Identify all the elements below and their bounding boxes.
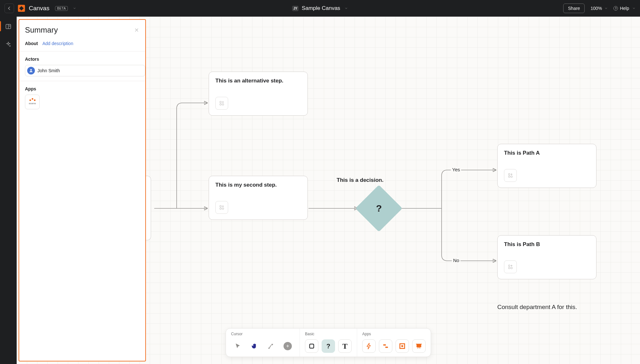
- presentation-icon: [415, 343, 422, 350]
- add-widget-button[interactable]: [504, 169, 517, 182]
- edge-label-no[interactable]: No: [452, 258, 460, 263]
- close-icon: [134, 28, 139, 32]
- chevron-down-icon[interactable]: [345, 7, 348, 10]
- shapes-icon: [382, 343, 389, 350]
- svg-rect-7: [220, 104, 221, 105]
- tool-text[interactable]: T: [338, 339, 352, 353]
- app-chip-asana[interactable]: asana: [25, 95, 40, 109]
- back-button[interactable]: [4, 4, 14, 13]
- arrow-left-icon: [7, 6, 12, 11]
- svg-rect-21: [383, 345, 386, 346]
- toolbar-section-apps: Apps: [357, 329, 431, 357]
- svg-rect-10: [220, 208, 221, 209]
- document-header[interactable]: JY Sample Canvas: [292, 5, 348, 12]
- person-icon: [27, 67, 35, 74]
- tool-app-shapes[interactable]: [379, 339, 392, 353]
- edge-label-yes[interactable]: Yes: [451, 167, 461, 172]
- card-text: This is Path B: [504, 241, 590, 248]
- tool-comment[interactable]: +: [281, 339, 294, 353]
- svg-rect-16: [508, 267, 510, 269]
- bottom-toolbar: Cursor + Basic: [226, 328, 431, 357]
- svg-rect-15: [508, 265, 510, 267]
- add-description-link[interactable]: Add description: [42, 41, 73, 46]
- chevron-down-icon: [632, 7, 636, 10]
- add-widget-button[interactable]: [215, 97, 228, 110]
- chevron-down-icon[interactable]: [73, 7, 76, 10]
- document-title: Sample Canvas: [302, 5, 340, 12]
- app-chip-label: asana: [29, 102, 36, 105]
- card-node-path-a[interactable]: This is Path A: [497, 144, 596, 188]
- top-bar: Canvas BETA JY Sample Canvas Share 100% …: [0, 0, 640, 17]
- tool-decision-node[interactable]: ?: [322, 339, 335, 353]
- help-icon: ?: [613, 6, 618, 11]
- tool-cursor[interactable]: [231, 339, 244, 353]
- summary-panel-title: Summary: [25, 26, 58, 35]
- add-widget-button[interactable]: [504, 260, 517, 273]
- close-panel-button[interactable]: [134, 27, 140, 33]
- active-tab-indicator: [0, 21, 1, 31]
- svg-rect-14: [511, 176, 512, 177]
- tool-hand[interactable]: [248, 339, 261, 353]
- sparkle-icon: [5, 41, 12, 48]
- svg-rect-11: [222, 208, 224, 209]
- card-text: This is Path A: [504, 150, 590, 156]
- card-node-alt-step[interactable]: This is an alternative step.: [209, 72, 308, 116]
- card-node-path-b[interactable]: This is Path B: [497, 235, 596, 279]
- left-rail: [0, 17, 17, 364]
- help-dropdown[interactable]: ? Help: [613, 6, 636, 11]
- card-node-second-step[interactable]: This is my second step.: [209, 176, 308, 220]
- toolbar-heading-basic: Basic: [305, 332, 352, 336]
- canvas-area[interactable]: This is an alternative step. This is my …: [17, 17, 640, 364]
- app-title: Canvas: [29, 5, 49, 12]
- asana-logo-icon: [29, 99, 36, 101]
- widget-add-icon: [219, 205, 224, 210]
- zoom-dropdown[interactable]: 100%: [590, 6, 608, 11]
- svg-rect-17: [511, 267, 512, 269]
- tool-app-bolt[interactable]: [362, 339, 376, 353]
- decision-node[interactable]: ?: [355, 185, 402, 232]
- apps-heading: Apps: [19, 81, 145, 95]
- summary-panel-toggle[interactable]: [4, 22, 13, 31]
- ai-sparkle-button[interactable]: [4, 40, 13, 49]
- beta-badge: BETA: [55, 6, 68, 11]
- svg-point-18: [30, 69, 32, 71]
- add-widget-button[interactable]: [215, 201, 228, 214]
- bolt-icon: [365, 343, 372, 350]
- tool-app-frame[interactable]: [396, 339, 409, 353]
- actors-heading: Actors: [19, 51, 145, 65]
- owner-initials-badge: JY: [292, 6, 299, 11]
- widget-add-icon: [508, 264, 513, 269]
- widget-add-icon: [508, 173, 513, 178]
- svg-rect-13: [508, 176, 510, 177]
- card-text: This is my second step.: [215, 182, 301, 188]
- decision-symbol: ?: [376, 203, 382, 214]
- zoom-value: 100%: [590, 6, 602, 11]
- svg-rect-22: [385, 347, 388, 348]
- actor-chip[interactable]: John Smith: [25, 65, 145, 76]
- tool-app-present[interactable]: [412, 339, 426, 353]
- hand-icon: [251, 343, 258, 350]
- text-icon: T: [342, 342, 348, 351]
- chevron-down-icon: [604, 7, 608, 10]
- help-label: Help: [620, 6, 629, 11]
- canvas-text-annotation[interactable]: Consult department A for this.: [497, 304, 577, 311]
- card-text: This is an alternative step.: [215, 78, 301, 84]
- tool-step-node[interactable]: [305, 339, 318, 353]
- actor-name: John Smith: [37, 68, 60, 73]
- svg-rect-12: [508, 174, 510, 175]
- svg-rect-9: [220, 205, 221, 207]
- toolbar-heading-apps: Apps: [362, 332, 426, 336]
- square-icon: [308, 343, 315, 350]
- about-row: About Add description: [19, 38, 145, 51]
- summary-panel: Summary About Add description Actors Joh…: [19, 19, 146, 361]
- svg-rect-8: [222, 104, 224, 105]
- top-bar-right: Share 100% ? Help: [563, 4, 636, 13]
- panel-icon: [5, 23, 12, 30]
- share-button[interactable]: Share: [563, 4, 585, 13]
- top-bar-left: Canvas BETA: [4, 4, 76, 13]
- widget-add-icon: [219, 101, 224, 106]
- toolbar-section-cursor: Cursor +: [226, 329, 300, 357]
- svg-rect-24: [401, 345, 403, 347]
- frame-icon: [399, 343, 406, 350]
- tool-connector[interactable]: [264, 339, 278, 353]
